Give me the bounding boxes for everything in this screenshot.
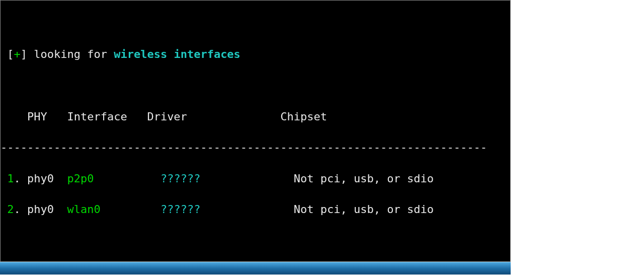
looking-for-line: [+] looking for wireless interfaces [1, 47, 510, 62]
table-divider: ----------------------------------------… [1, 140, 510, 156]
table-row: 1. phy0 p2p0 ?????? Not pci, usb, or sdi… [1, 171, 510, 187]
table-row: 2. phy0 wlan0 ?????? Not pci, usb, or sd… [1, 202, 510, 218]
empty-line [1, 16, 510, 32]
empty-line [1, 78, 510, 94]
taskbar[interactable] [0, 262, 511, 274]
table-header: PHY Interface Driver Chipset [1, 109, 510, 125]
empty-line [1, 233, 510, 249]
terminal-window[interactable]: [+] looking for wireless interfaces PHY … [0, 0, 511, 262]
